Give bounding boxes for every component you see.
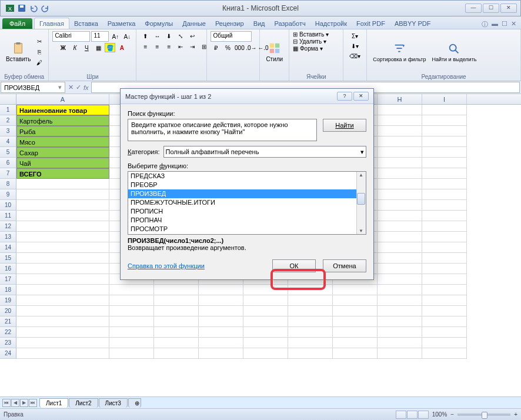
function-list-item[interactable]: ПРОПИСН	[128, 207, 366, 216]
row-header[interactable]: 6	[0, 158, 16, 168]
cell[interactable]	[199, 295, 243, 306]
cell[interactable]	[422, 316, 467, 327]
cell[interactable]	[378, 338, 422, 348]
cell[interactable]: Чай	[16, 158, 109, 168]
row-header[interactable]: 16	[0, 264, 16, 274]
decrease-indent-icon[interactable]: ⇤	[175, 42, 186, 51]
cell[interactable]	[288, 338, 333, 348]
cell[interactable]	[16, 200, 109, 211]
cell[interactable]	[199, 327, 243, 338]
cell[interactable]	[422, 274, 467, 285]
row-header[interactable]: 24	[0, 348, 16, 359]
cell[interactable]	[199, 316, 243, 327]
cell[interactable]	[16, 232, 109, 242]
cell[interactable]	[422, 264, 467, 274]
format-cells-button[interactable]: ▦ Форма ▾	[293, 45, 323, 52]
comma-icon[interactable]: 000	[234, 43, 245, 52]
close-doc-icon[interactable]: ✕	[511, 20, 516, 29]
align-right-icon[interactable]: ≡	[163, 42, 174, 51]
cell[interactable]	[378, 168, 422, 179]
cell[interactable]	[16, 338, 109, 348]
cell[interactable]	[288, 285, 333, 295]
find-select-button[interactable]: Найти и выделить	[429, 41, 479, 64]
row-header[interactable]: 23	[0, 338, 16, 348]
cell[interactable]	[16, 348, 109, 359]
sheet-tab[interactable]: Лист3	[99, 398, 128, 408]
cell[interactable]	[422, 200, 467, 211]
tab-data[interactable]: Данные	[178, 18, 211, 29]
cell[interactable]	[154, 285, 199, 295]
function-list[interactable]: ПРЕДСКАЗПРЕОБРПРОИЗВЕДПРОМЕЖУТОЧНЫЕ.ИТОГ…	[128, 171, 366, 235]
cell[interactable]	[154, 295, 199, 306]
maximize-button[interactable]: ☐	[483, 4, 499, 13]
sheet-last-icon[interactable]: ⏭	[29, 399, 37, 407]
italic-icon[interactable]: К	[69, 43, 80, 52]
cell[interactable]	[378, 147, 422, 158]
cell[interactable]	[288, 316, 333, 327]
increase-indent-icon[interactable]: ⇥	[187, 42, 198, 51]
row-header[interactable]: 4	[0, 136, 16, 147]
cell[interactable]	[422, 126, 467, 136]
cell[interactable]: Рыба	[16, 126, 109, 136]
cell[interactable]	[154, 316, 199, 327]
dialog-titlebar[interactable]: Мастер функций - шаг 1 из 2 ? ✕	[121, 89, 373, 104]
cell[interactable]	[422, 348, 467, 359]
cell[interactable]	[422, 211, 467, 221]
save-icon[interactable]	[17, 4, 26, 13]
row-header[interactable]: 5	[0, 147, 16, 158]
cell[interactable]	[16, 242, 109, 253]
insert-cells-button[interactable]: ⊞ Вставить ▾	[293, 31, 329, 38]
select-all-corner[interactable]	[0, 94, 16, 104]
cell[interactable]	[422, 242, 467, 253]
cell[interactable]	[422, 327, 467, 338]
tab-home[interactable]: Главная	[34, 18, 69, 29]
sheet-first-icon[interactable]: ⏮	[2, 399, 11, 407]
cell[interactable]	[333, 348, 378, 359]
cell[interactable]	[16, 306, 109, 316]
cell[interactable]: Сахар	[16, 147, 109, 158]
zoom-in-icon[interactable]: +	[514, 411, 517, 418]
paste-button[interactable]: Вставить	[4, 41, 33, 64]
column-header[interactable]: H	[378, 94, 422, 104]
cell[interactable]	[243, 338, 288, 348]
undo-icon[interactable]	[29, 4, 38, 13]
cell[interactable]	[154, 338, 199, 348]
tab-formulas[interactable]: Формулы	[140, 18, 178, 29]
bold-icon[interactable]: Ж	[58, 43, 68, 52]
font-color-icon[interactable]: A	[116, 43, 127, 52]
zoom-out-icon[interactable]: −	[450, 411, 454, 418]
zoom-level[interactable]: 100%	[432, 411, 447, 418]
restore-icon[interactable]: ☐	[502, 20, 507, 29]
cell[interactable]	[422, 158, 467, 168]
tab-abbyy[interactable]: ABBYY PDF	[390, 18, 436, 29]
cell[interactable]	[422, 136, 467, 147]
page-layout-view-icon[interactable]	[407, 411, 418, 419]
cell[interactable]	[109, 348, 154, 359]
cell[interactable]	[378, 306, 422, 316]
sheet-prev-icon[interactable]: ◀	[11, 399, 19, 407]
tab-view[interactable]: Вид	[249, 18, 270, 29]
sheet-tab[interactable]: Лист2	[69, 398, 98, 408]
cell[interactable]	[422, 253, 467, 264]
cell[interactable]: Наименование товар	[16, 105, 109, 115]
cell[interactable]	[243, 295, 288, 306]
cell[interactable]	[378, 253, 422, 264]
chevron-down-icon[interactable]: ▾	[58, 84, 62, 91]
ok-button[interactable]: ОК	[272, 259, 316, 272]
cell[interactable]	[243, 306, 288, 316]
cell[interactable]	[288, 327, 333, 338]
cell[interactable]	[16, 327, 109, 338]
increase-decimal-icon[interactable]: .0→	[246, 43, 256, 52]
cell[interactable]	[422, 295, 467, 306]
cell[interactable]	[422, 105, 467, 115]
dialog-close-icon[interactable]: ✕	[353, 92, 369, 101]
fill-icon[interactable]: ⬇▾	[350, 41, 360, 51]
tab-foxit[interactable]: Foxit PDF	[352, 18, 390, 29]
cell[interactable]	[378, 179, 422, 189]
cell[interactable]	[199, 338, 243, 348]
align-left-icon[interactable]: ≡	[140, 42, 151, 51]
name-box[interactable]: ПРОИЗВЕД▾	[1, 82, 65, 93]
cell[interactable]	[16, 189, 109, 200]
search-input[interactable]: Введите краткое описание действия, котор…	[128, 119, 317, 141]
file-tab[interactable]: Файл	[2, 18, 32, 29]
